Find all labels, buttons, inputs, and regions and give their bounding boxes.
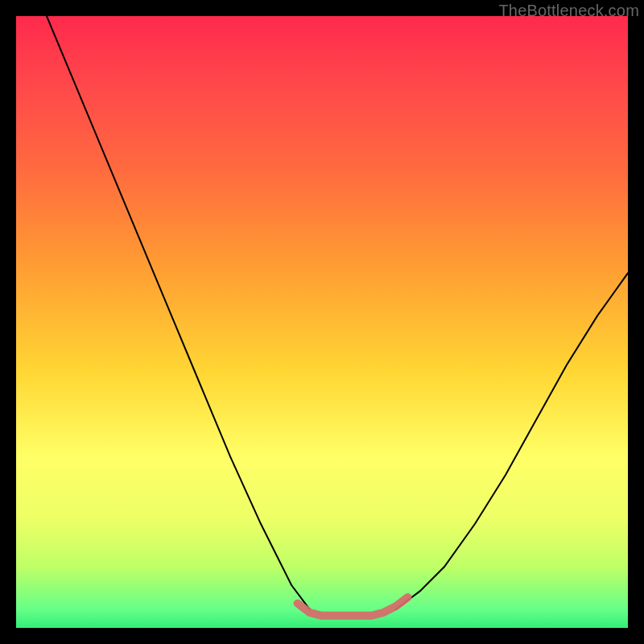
chart-frame: TheBottleneck.com [0, 0, 644, 644]
watermark-text: TheBottleneck.com [498, 2, 639, 20]
chart-gradient-background [16, 16, 628, 628]
